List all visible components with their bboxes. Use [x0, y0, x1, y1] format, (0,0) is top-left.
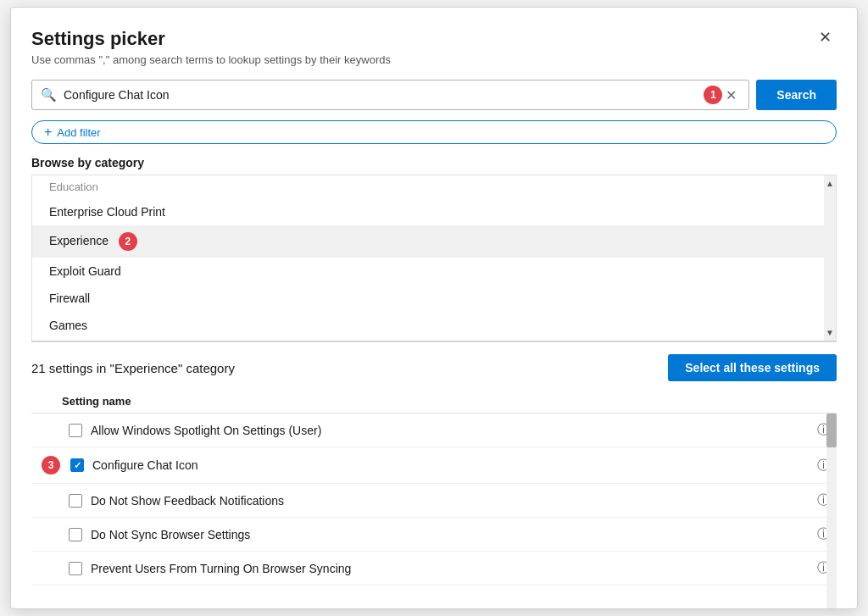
settings-scroll-inner: Allow Windows Spotlight On Settings (Use… — [31, 413, 837, 608]
clear-search-button[interactable]: ✕ — [722, 87, 740, 103]
table-row: Prevent Users From Turning On Browser Sy… — [31, 552, 837, 585]
column-header-label: Setting name — [62, 395, 131, 408]
settings-table: Setting name Allow Windows Spotlight On … — [31, 390, 837, 608]
list-item[interactable]: Exploit Guard — [32, 258, 836, 285]
close-button[interactable]: ✕ — [814, 28, 837, 47]
table-row: Allow Windows Spotlight On Settings (Use… — [31, 413, 837, 447]
table-row: 3 Configure Chat Icon ⓘ — [31, 447, 837, 484]
list-item[interactable]: Handwriting — [32, 339, 836, 341]
add-filter-button[interactable]: + Add filter — [31, 120, 837, 144]
plus-icon: + — [44, 125, 52, 140]
table-row: Do Not Sync Browser Settings ⓘ — [31, 518, 837, 552]
search-input-wrapper: 🔍 1 ✕ — [31, 80, 749, 110]
search-button[interactable]: Search — [756, 80, 837, 110]
settings-column-header: Setting name — [31, 390, 837, 413]
search-row: 🔍 1 ✕ Search — [31, 80, 837, 110]
select-all-button[interactable]: Select all these settings — [668, 354, 837, 381]
category-list-container: Education Enterprise Cloud Print Experie… — [31, 175, 837, 341]
setting-name: Prevent Users From Turning On Browser Sy… — [91, 562, 809, 575]
setting-name: Do Not Sync Browser Settings — [91, 528, 809, 541]
scrollbar-thumb — [826, 413, 837, 447]
results-header: 21 settings in "Experience" category Sel… — [31, 341, 837, 390]
scroll-up-icon[interactable]: ▲ — [826, 179, 834, 188]
settings-picker-dialog: Settings picker ✕ Use commas "," among s… — [10, 7, 858, 609]
setting-checkbox[interactable] — [70, 458, 84, 472]
list-item[interactable]: Education — [32, 175, 836, 198]
search-icon: 🔍 — [41, 87, 57, 103]
scroll-down-icon[interactable]: ▼ — [826, 328, 834, 337]
browse-by-category-title: Browse by category — [31, 156, 837, 169]
results-count: 21 settings in "Experience" category — [31, 361, 235, 375]
list-item[interactable]: Firewall — [32, 285, 836, 312]
setting-checkbox[interactable] — [69, 528, 82, 541]
dialog-subtitle: Use commas "," among search terms to loo… — [31, 53, 837, 66]
scrollbar-track — [826, 413, 837, 608]
dialog-title: Settings picker — [31, 28, 165, 50]
table-row: Do Not Show Feedback Notifications ⓘ — [31, 484, 837, 518]
setting-name: Configure Chat Icon — [92, 458, 809, 472]
category-list: Education Enterprise Cloud Print Experie… — [31, 175, 837, 341]
setting-checkbox[interactable] — [69, 424, 82, 437]
search-input[interactable] — [64, 88, 698, 102]
setting-checkbox[interactable] — [69, 494, 82, 508]
setting-name: Allow Windows Spotlight On Settings (Use… — [91, 424, 809, 437]
category-badge-2: 2 — [119, 232, 137, 251]
add-filter-label: Add filter — [57, 126, 100, 139]
list-item[interactable]: Experience 2 — [32, 225, 836, 258]
setting-name: Do Not Show Feedback Notifications — [91, 494, 809, 508]
row-badge-3: 3 — [42, 456, 60, 474]
list-item[interactable]: Enterprise Cloud Print — [32, 198, 836, 225]
dialog-header: Settings picker ✕ — [31, 28, 837, 50]
search-badge-1: 1 — [704, 86, 722, 104]
settings-scroll-wrapper: Allow Windows Spotlight On Settings (Use… — [31, 413, 837, 608]
list-item[interactable]: Games — [32, 312, 836, 339]
setting-checkbox[interactable] — [69, 562, 82, 575]
